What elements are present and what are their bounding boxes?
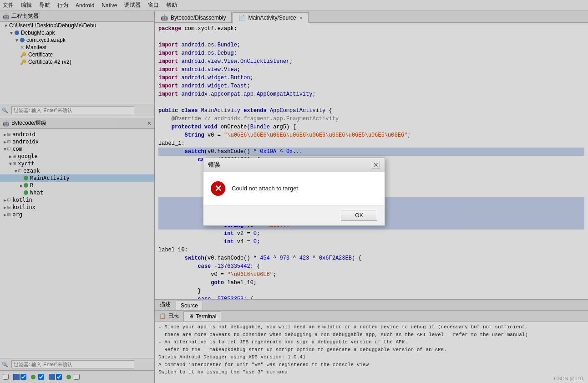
dialog-close-button[interactable]: ✕ [372,161,380,169]
dialog-body: ✕ Could not attach to target [203,172,385,205]
dialog-ok-button[interactable]: OK [341,210,377,221]
error-dialog: 错误 ✕ ✕ Could not attach to target OK [203,158,385,226]
dialog-title: 错误 [208,161,220,169]
error-icon: ✕ [211,181,225,196]
dialog-overlay: 错误 ✕ ✕ Could not attach to target OK [0,0,588,383]
dialog-titlebar: 错误 ✕ [203,158,385,172]
dialog-message: Could not attach to target [232,185,298,192]
dialog-footer: OK [203,205,385,225]
